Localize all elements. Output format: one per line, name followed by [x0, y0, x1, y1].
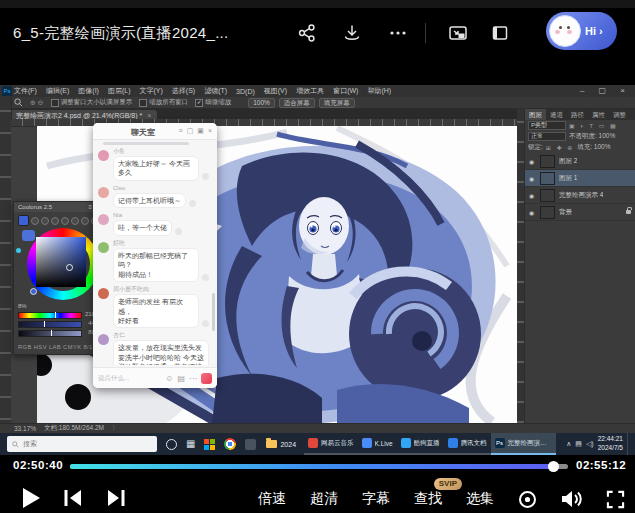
tray-volume-icon[interactable]: ◁)	[586, 440, 594, 448]
zoom-tool-icon[interactable]	[14, 98, 23, 107]
layer-row[interactable]: ◉ 图层 1	[525, 170, 635, 187]
chrome-icon[interactable]	[224, 438, 236, 450]
taskbar-task-button[interactable]: 酷狗直播	[397, 433, 444, 455]
ps-menu-item[interactable]: 3D(D)	[236, 88, 255, 95]
layers-panel-tab[interactable]: 图层	[525, 109, 546, 120]
saturation-value-square[interactable]	[36, 237, 86, 287]
chat-scrollbar[interactable]	[212, 293, 215, 331]
taskbar-task-button[interactable]: K.Live	[358, 433, 397, 455]
chat-reaction-badge[interactable]	[189, 200, 196, 207]
chat-avatar[interactable]	[98, 288, 109, 299]
pip-icon[interactable]	[448, 23, 468, 43]
taskbar-folder-item[interactable]: 2024	[266, 440, 296, 448]
control-button[interactable]: 字幕	[356, 490, 396, 508]
layers-panel-tab[interactable]: 调整	[609, 109, 630, 120]
layer-thumbnail[interactable]	[540, 155, 555, 168]
layer-visibility-icon[interactable]: ◉	[529, 175, 536, 182]
chat-avatar[interactable]	[98, 150, 109, 161]
fill-field[interactable]: 填充: 100%	[577, 143, 610, 152]
taskbar-clock[interactable]: 22:44:21 2024/7/5	[598, 435, 623, 453]
ps-menu-item[interactable]: 图层(L)	[108, 86, 131, 96]
ps-menu-item[interactable]: 图像(I)	[78, 86, 99, 96]
layer-filter-icons[interactable]: ▣ ◐ T ▭ ▦	[569, 122, 618, 129]
chat-input-icon[interactable]: ⋯	[189, 374, 197, 383]
color-cursor[interactable]	[66, 264, 73, 271]
chat-header[interactable]: 聊天室 ≡▢▣×	[93, 123, 217, 140]
gift-icon[interactable]	[201, 373, 212, 384]
chat-input-icon[interactable]: ▤	[177, 374, 185, 383]
play-button[interactable]	[21, 487, 41, 509]
previous-button[interactable]	[64, 490, 83, 506]
value-slider[interactable]	[18, 330, 82, 337]
ps-option-button[interactable]: 适合屏幕	[279, 98, 315, 108]
ps-option-checkbox[interactable]: 调整窗口大小以满屏显示	[51, 98, 133, 107]
theater-mode-icon[interactable]	[490, 23, 510, 43]
taskbar-task-button[interactable]: 腾讯文档	[444, 433, 491, 455]
blend-mode-select[interactable]: 正常	[528, 132, 566, 141]
color-mode-row[interactable]: RGB HSV LAB CMYK 8/1	[18, 344, 93, 350]
layer-visibility-icon[interactable]: ◉	[529, 192, 536, 199]
ps-option-checkbox[interactable]: 缩放所有窗口	[139, 98, 188, 107]
user-avatar-pill[interactable]: Hi ›	[546, 12, 617, 50]
taskbar-search-box[interactable]: 搜索	[7, 436, 157, 452]
ps-option-button[interactable]: 100%	[248, 98, 275, 108]
progress-thumb[interactable]	[548, 461, 559, 472]
record-icon[interactable]	[518, 490, 537, 509]
ps-menu-item[interactable]: 文件(F)	[14, 86, 37, 96]
share-icon[interactable]	[297, 23, 317, 43]
chat-reaction-badge[interactable]	[202, 274, 209, 281]
chat-header-icon[interactable]: ▢	[187, 127, 194, 135]
chat-avatar[interactable]	[98, 214, 109, 225]
control-button[interactable]: 倍速	[252, 490, 292, 508]
chat-reaction-badge[interactable]	[175, 228, 182, 235]
chat-avatar[interactable]	[98, 334, 109, 345]
chat-input[interactable]: 说点什么...	[98, 374, 161, 383]
ps-menu-item[interactable]: 编辑(E)	[46, 86, 69, 96]
layer-thumbnail[interactable]	[540, 189, 555, 202]
next-button[interactable]	[106, 490, 125, 506]
layers-panel-tab[interactable]: 属性	[588, 109, 609, 120]
layer-visibility-icon[interactable]: ◉	[529, 158, 536, 165]
download-icon[interactable]	[342, 23, 362, 43]
tab-close-icon[interactable]: ×	[147, 112, 151, 119]
tray-caret-icon[interactable]: ∧	[566, 440, 571, 448]
layer-thumbnail[interactable]	[540, 206, 555, 219]
ps-menu-item[interactable]: 文字(Y)	[139, 86, 162, 96]
layer-row[interactable]: ◉ 完整绘画演示 4	[525, 187, 635, 204]
status-zoom-value[interactable]: 33.17%	[14, 425, 36, 432]
opacity-field[interactable]: 不透明度: 100%	[569, 132, 615, 141]
saturation-slider[interactable]	[18, 321, 82, 328]
chat-header-icon[interactable]: ≡	[179, 127, 183, 135]
ps-menu-item[interactable]: 帮助(H)	[367, 86, 391, 96]
layer-row[interactable]: ◉ 图层 2	[525, 153, 635, 170]
previous-color-swatch[interactable]	[22, 230, 35, 241]
cortana-icon[interactable]	[166, 439, 177, 450]
show-desktop-button[interactable]	[627, 433, 631, 455]
zoom-in-out-icons[interactable]: ⊕ ⊖	[30, 99, 44, 107]
coolorus-menu-icon[interactable]: ≡	[88, 204, 92, 210]
layers-panel-tab[interactable]: 路径	[567, 109, 588, 120]
progress-bar[interactable]	[70, 464, 568, 469]
chat-header-icon[interactable]: ▣	[197, 127, 204, 135]
chat-message-list[interactable]: 小鱼 大家晚上好呀～ 今天画多久 Cleo 记得带上耳机听哦～	[98, 148, 209, 365]
layer-thumbnail[interactable]	[540, 172, 555, 185]
ps-window-controls[interactable]: – ▢ ×	[580, 86, 631, 95]
chat-avatar[interactable]	[98, 242, 109, 253]
chat-header-icon[interactable]: ×	[208, 127, 212, 135]
ps-panel-dock[interactable]	[517, 109, 524, 433]
tray-network-icon[interactable]: ▤	[575, 440, 582, 448]
taskbar-task-button[interactable]: 网易云音乐	[304, 433, 358, 455]
task-view-icon[interactable]: ▦	[186, 439, 195, 449]
layer-row[interactable]: ◉ 背景	[525, 204, 635, 221]
ps-option-checkbox[interactable]: ✓细微缩放	[195, 98, 231, 107]
chat-reaction-badge[interactable]	[202, 173, 209, 180]
ps-menu-item[interactable]: 滤镜(T)	[204, 86, 227, 96]
windows-start-icon[interactable]	[204, 439, 215, 450]
ps-menu-item[interactable]: 窗口(W)	[333, 86, 358, 96]
hue-ring-marker[interactable]	[30, 288, 37, 295]
control-button[interactable]: 选集	[460, 490, 500, 508]
control-button[interactable]: 超清	[304, 490, 344, 508]
hue-slider[interactable]	[18, 312, 82, 319]
ps-menu-item[interactable]: 视图(V)	[264, 86, 287, 96]
control-button[interactable]: 查找 SVIP	[408, 490, 448, 508]
